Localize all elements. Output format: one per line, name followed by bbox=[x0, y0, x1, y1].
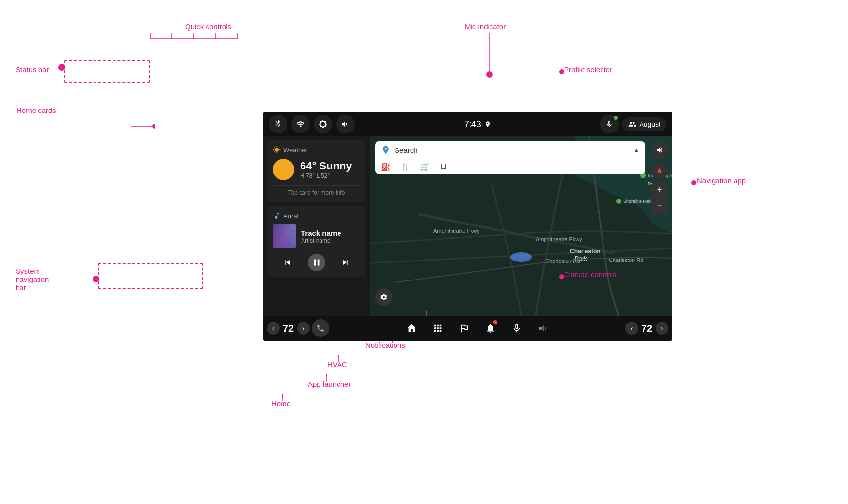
main-content: Weather 64° Sunny H 78° L 52° Tap card f… bbox=[263, 136, 672, 316]
temp-down-left-button[interactable]: ‹ bbox=[267, 322, 280, 335]
weather-temperature: 64° Sunny bbox=[300, 160, 352, 172]
svg-point-32 bbox=[326, 374, 327, 376]
notifications-button[interactable] bbox=[482, 319, 499, 337]
svg-point-38 bbox=[426, 311, 427, 313]
quick-controls-annotation: Quick controls bbox=[185, 22, 231, 31]
svg-point-26 bbox=[691, 180, 696, 185]
music-app-icon bbox=[273, 212, 281, 220]
music-app-name: Aural bbox=[283, 212, 298, 220]
map-area[interactable]: Amphitheatre Pkwy Amphitheatre Pkwy Char… bbox=[370, 136, 672, 316]
weather-main: 64° Sunny H 78° L 52° bbox=[273, 159, 360, 180]
profile-name: August bbox=[639, 120, 660, 128]
location-icon bbox=[484, 120, 491, 129]
app-launcher-button[interactable] bbox=[429, 319, 447, 337]
temp-right-value: 72 bbox=[640, 323, 654, 334]
restaurant-icon[interactable]: 🍴 bbox=[400, 162, 410, 171]
shopping-icon[interactable]: 🛒 bbox=[420, 162, 430, 171]
svg-point-23 bbox=[559, 69, 564, 74]
music-card-header: Aural bbox=[273, 212, 360, 220]
weather-card[interactable]: Weather 64° Sunny H 78° L 52° Tap card f… bbox=[267, 140, 366, 202]
phone-button[interactable] bbox=[312, 319, 329, 337]
home-cards-line bbox=[131, 124, 155, 129]
svg-point-7 bbox=[510, 252, 532, 262]
nav-center-icons bbox=[403, 319, 552, 337]
music-card[interactable]: Aural Track name Artist name bbox=[267, 206, 366, 277]
pause-button[interactable] bbox=[308, 254, 325, 271]
app-launcher-annotation: App launcher bbox=[308, 380, 351, 388]
status-bar-dot bbox=[58, 64, 65, 71]
zoom-in-button[interactable]: + bbox=[651, 182, 668, 198]
weather-icon bbox=[273, 146, 281, 154]
search-bar[interactable]: Search ▲ bbox=[375, 141, 645, 159]
maps-icon bbox=[381, 145, 391, 155]
map-search: Search ▲ ⛽ 🍴 🛒 🖥 bbox=[375, 141, 645, 174]
search-chevron-icon[interactable]: ▲ bbox=[633, 146, 640, 154]
weather-title: Weather bbox=[283, 147, 307, 154]
signal-button[interactable] bbox=[291, 115, 310, 133]
notifications-annotation: Notifications bbox=[365, 341, 405, 349]
temp-up-left-button[interactable]: › bbox=[297, 322, 310, 335]
volume-map-button[interactable] bbox=[651, 141, 668, 159]
svg-point-22 bbox=[58, 64, 65, 71]
hvac-annotation: HVAC bbox=[327, 360, 347, 369]
navigation-app-dot bbox=[691, 180, 696, 185]
brightness-button[interactable] bbox=[314, 115, 332, 133]
svg-text:Amphitheatre Pkwy: Amphitheatre Pkwy bbox=[536, 236, 582, 242]
next-button[interactable] bbox=[337, 254, 355, 271]
navigation-button[interactable] bbox=[651, 162, 668, 179]
gas-station-icon[interactable]: ⛽ bbox=[381, 162, 391, 171]
sound-waves-icon bbox=[534, 319, 552, 337]
status-bar-center: 7:43 bbox=[464, 119, 491, 130]
time-display: 7:43 bbox=[464, 119, 481, 130]
mic-indicator-dot bbox=[486, 71, 493, 78]
home-cards-annotation: Home cards bbox=[17, 106, 56, 114]
mic-indicator-button[interactable] bbox=[600, 115, 619, 133]
temp-down-right-button[interactable]: ‹ bbox=[625, 322, 638, 335]
parking-icon[interactable]: 🖥 bbox=[439, 162, 447, 171]
weather-tap-hint: Tap card for more info bbox=[273, 185, 360, 196]
search-input-text: Search bbox=[395, 146, 629, 154]
navigation-app-annotation: Navigation app bbox=[697, 176, 746, 185]
settings-gear-button[interactable] bbox=[375, 288, 393, 306]
profile-selector-button[interactable]: August bbox=[622, 117, 666, 131]
music-track: Track name Artist name bbox=[273, 224, 360, 248]
weather-high-low: H 78° L 52° bbox=[300, 172, 352, 179]
climate-right: ‹ 72 › bbox=[625, 322, 668, 335]
weather-card-header: Weather bbox=[273, 146, 360, 154]
map-settings[interactable] bbox=[375, 288, 393, 306]
car-ui: 7:43 August bbox=[263, 112, 672, 341]
hvac-line bbox=[338, 355, 339, 362]
climate-controls-dot bbox=[559, 274, 564, 279]
profile-selector-dot bbox=[559, 69, 564, 74]
prev-button[interactable] bbox=[279, 254, 296, 271]
svg-text:Amphitheatre Pkwy: Amphitheatre Pkwy bbox=[433, 228, 480, 234]
svg-point-27 bbox=[93, 276, 99, 282]
app-launcher-line bbox=[326, 374, 327, 382]
map-right-controls: + − bbox=[651, 141, 668, 214]
map-zoom-controls: + − bbox=[651, 182, 668, 214]
status-bar-left bbox=[269, 115, 355, 133]
zoom-out-button[interactable]: − bbox=[651, 198, 668, 214]
search-categories: ⛽ 🍴 🛒 🖥 bbox=[375, 159, 645, 174]
hvac-button[interactable] bbox=[455, 319, 473, 337]
quick-controls-bracket bbox=[145, 33, 243, 67]
profile-selector-annotation: Profile selector bbox=[564, 65, 612, 74]
system-nav-dot bbox=[93, 276, 99, 282]
sun-icon bbox=[273, 159, 294, 180]
system-nav-annotation: System navigation bar bbox=[16, 267, 49, 292]
temp-left-value: 72 bbox=[282, 323, 295, 334]
temp-up-right-button[interactable]: › bbox=[656, 322, 668, 335]
weather-info: 64° Sunny H 78° L 52° bbox=[300, 160, 352, 179]
status-bar-annotation: Status bar bbox=[16, 65, 49, 74]
status-bar-right: August bbox=[600, 115, 666, 133]
mic-indicator-annotation: Mic indicator bbox=[465, 22, 506, 31]
digital-assistant-button[interactable] bbox=[508, 319, 526, 337]
home-button[interactable] bbox=[403, 319, 420, 337]
volume-button[interactable] bbox=[336, 115, 355, 133]
track-artist: Artist name bbox=[301, 237, 360, 244]
system-navigation-bar: ‹ 72 › bbox=[263, 316, 672, 341]
svg-point-14 bbox=[616, 199, 621, 204]
climate-controls-annotation: Climate controls bbox=[564, 270, 617, 279]
bluetooth-button[interactable] bbox=[269, 115, 287, 133]
left-panel: Weather 64° Sunny H 78° L 52° Tap card f… bbox=[263, 136, 370, 316]
